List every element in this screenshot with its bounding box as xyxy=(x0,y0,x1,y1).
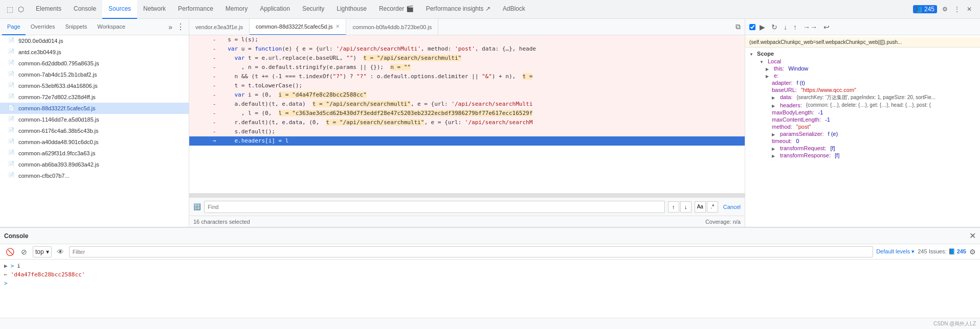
code-tab-vendor[interactable]: vendor.e3ea3f1e.js xyxy=(189,19,250,35)
local-expand-arrow[interactable] xyxy=(760,58,766,64)
file-item[interactable]: 📄 9200.0e0dd014.js xyxy=(0,35,189,46)
code-area: vendor.e3ea3f1e.js common-88d3322f.5cafe… xyxy=(189,19,745,227)
tab-memory[interactable]: Memory xyxy=(219,0,254,19)
file-item[interactable]: 📄 common-cfbc07b7... xyxy=(0,170,189,181)
console-title: Console xyxy=(4,232,28,240)
tab-security[interactable]: Security xyxy=(296,0,330,19)
fp-menu-icon[interactable]: ⋮ xyxy=(174,22,187,32)
scope-item-transformresponse: transformResponse: [f] xyxy=(753,152,976,159)
scope-item-e: e: xyxy=(753,72,976,79)
scope-item-adapter: adapter: f (t) xyxy=(753,79,976,86)
search-type-icon[interactable]: 🔡 xyxy=(193,203,201,210)
devtools-icons: ⬚ ⬡ xyxy=(2,5,29,14)
code-line: - var i = (0, i = "d4a47fe8c28bcc2588cc" xyxy=(189,90,745,100)
console-clear-button[interactable]: 🚫 xyxy=(4,246,15,257)
search-bar: 🔡 ↑ ↓ Aa .* Cancel xyxy=(189,197,745,216)
console-settings-button[interactable]: ⚙ xyxy=(969,248,976,256)
fp-tab-page[interactable]: Page xyxy=(2,19,26,35)
file-item[interactable]: 📄 common-72e7d802.c328d4ff.js xyxy=(0,91,189,103)
console-clear-log-button[interactable]: ⊘ xyxy=(18,246,30,257)
transformres-arrow[interactable] xyxy=(772,152,778,158)
scope-item-paramsserializer: paramsSerializer: f (e) xyxy=(753,130,976,137)
transformreq-arrow[interactable] xyxy=(772,145,778,151)
console-body[interactable]: ▶ > i ← 'd4a47fe8c28bcc2588cc' > xyxy=(0,260,980,318)
code-content[interactable]: - s = l(s); - var u = function(e) { e = … xyxy=(189,35,745,193)
console-line-empty: > xyxy=(4,279,976,288)
search-input[interactable] xyxy=(204,201,665,213)
search-prev-button[interactable]: ↑ xyxy=(668,201,679,213)
code-editor: - s = l(s); - var u = function(e) { e = … xyxy=(189,35,745,197)
console-context-selector[interactable]: top ▾ xyxy=(33,246,52,257)
search-cancel-button[interactable]: Cancel xyxy=(723,204,741,210)
search-next-button[interactable]: ↓ xyxy=(680,201,692,213)
file-item[interactable]: 📄 common-a40dda48.901c6dc0.js xyxy=(0,136,189,148)
tab-performance[interactable]: Performance xyxy=(172,0,219,19)
e-arrow[interactable] xyxy=(766,73,772,79)
console-panel: Console ✕ 🚫 ⊘ top ▾ 👁 Default levels ▾ 2… xyxy=(0,227,980,329)
tab-adblock[interactable]: AdBlock xyxy=(497,0,531,19)
code-line: - , n = o.default.stringify(e.params || … xyxy=(189,63,745,72)
step-into-button[interactable]: ↓ xyxy=(782,22,789,32)
pause-on-exceptions-checkbox[interactable] xyxy=(749,24,755,30)
tab-network[interactable]: Network xyxy=(137,0,172,19)
file-item[interactable]: 📄 common-ab6ba393.89d63a42.js xyxy=(0,159,189,170)
scope-item-method: method: "post" xyxy=(753,123,976,130)
close-devtools-icon[interactable]: ✕ xyxy=(965,5,974,14)
settings-icon[interactable]: ⚙ xyxy=(940,5,949,14)
tab-lighthouse[interactable]: Lighthouse xyxy=(330,0,373,19)
scope-expand-arrow[interactable] xyxy=(749,51,755,57)
resume-button[interactable]: ▶ xyxy=(758,22,767,32)
file-item[interactable]: 📄 common-6d2ddbd0.795a8635.js xyxy=(0,58,189,69)
data-arrow[interactable] xyxy=(772,94,778,100)
code-tab-common88[interactable]: common-88d3322f.5cafec5d.js ✕ xyxy=(250,19,346,35)
tab-application[interactable]: Application xyxy=(254,0,296,19)
code-line: - var u = function(e) { e = {url: '/api/… xyxy=(189,44,745,54)
code-tab-commonb0[interactable]: common-b0fa4ddb.b723be00.js xyxy=(346,19,438,35)
js-file-icon: 📄 xyxy=(8,71,15,78)
more-icon[interactable]: ⋮ xyxy=(952,5,962,14)
step-over-button[interactable]: ↻ xyxy=(769,22,779,32)
search-options: Aa .* xyxy=(695,201,718,213)
headers-arrow[interactable] xyxy=(772,102,778,108)
inspect-icon[interactable]: ⬚ xyxy=(5,5,14,14)
tab-sources[interactable]: Sources xyxy=(102,0,137,19)
split-editor-icon[interactable]: ⧉ xyxy=(734,21,742,32)
fp-tab-snippets[interactable]: Snippets xyxy=(60,19,92,35)
file-item-selected[interactable]: 📄 common-88d3322f.5cafec5d.js xyxy=(0,103,189,114)
tab-elements[interactable]: Elements xyxy=(30,0,68,19)
match-case-button[interactable]: Aa xyxy=(695,201,706,213)
console-levels-button[interactable]: Default levels ▾ xyxy=(876,248,915,255)
code-tab-close[interactable]: ✕ xyxy=(336,24,340,29)
paramsser-arrow[interactable] xyxy=(772,131,778,137)
top-toolbar: ⬚ ⬡ Elements Console Sources Network Per… xyxy=(0,0,980,19)
code-line: - r.default)(t, e.data, (0, t = "/api/se… xyxy=(189,118,745,127)
horizontal-scrollbar[interactable] xyxy=(189,193,745,197)
file-item[interactable]: 📄 common-7ab4dc15.2b1cbaf2.js xyxy=(0,69,189,80)
step-button[interactable]: →→ xyxy=(801,22,819,32)
console-context-arrow: ▾ xyxy=(46,248,49,255)
console-command-i: i xyxy=(17,263,20,269)
file-item[interactable]: 📄 common-a629f31d.9fcc3a63.js xyxy=(0,148,189,159)
fp-tab-workspace[interactable]: Workspace xyxy=(92,19,130,35)
console-issue-count[interactable]: 📘 245 xyxy=(948,248,966,254)
console-close-button[interactable]: ✕ xyxy=(969,231,976,241)
regex-button[interactable]: .* xyxy=(707,201,718,213)
tab-recorder[interactable]: Recorder 🎬 xyxy=(373,0,420,19)
file-item[interactable]: 📄 common-1146dd7e.a5d0d185.js xyxy=(0,114,189,125)
main-area: Page Overrides Snippets Workspace » ⋮ 📄 … xyxy=(0,19,980,227)
file-item[interactable]: 📄 common-6176c4a6.38b5c43b.js xyxy=(0,125,189,136)
this-arrow[interactable] xyxy=(766,65,772,72)
fp-tab-overrides[interactable]: Overrides xyxy=(26,19,60,35)
tab-console[interactable]: Console xyxy=(68,0,102,19)
file-item[interactable]: 📄 antd.ce3b0449.js xyxy=(0,46,189,58)
file-item[interactable]: 📄 common-53ebf633.d4a16806.js xyxy=(0,80,189,91)
tab-perf-insights[interactable]: Performance insights ↗ xyxy=(420,0,497,19)
console-expand-arrow[interactable]: ▶ xyxy=(4,263,8,269)
step-out-button[interactable]: ↑ xyxy=(791,22,799,32)
console-filter-input[interactable] xyxy=(69,246,873,257)
console-eye-button[interactable]: 👁 xyxy=(55,246,66,257)
deactivate-button[interactable]: ↩ xyxy=(821,22,832,32)
device-icon[interactable]: ⬡ xyxy=(16,5,26,14)
coverage-label: Coverage: n/a xyxy=(705,219,741,225)
fp-more-button[interactable]: » xyxy=(166,23,174,31)
